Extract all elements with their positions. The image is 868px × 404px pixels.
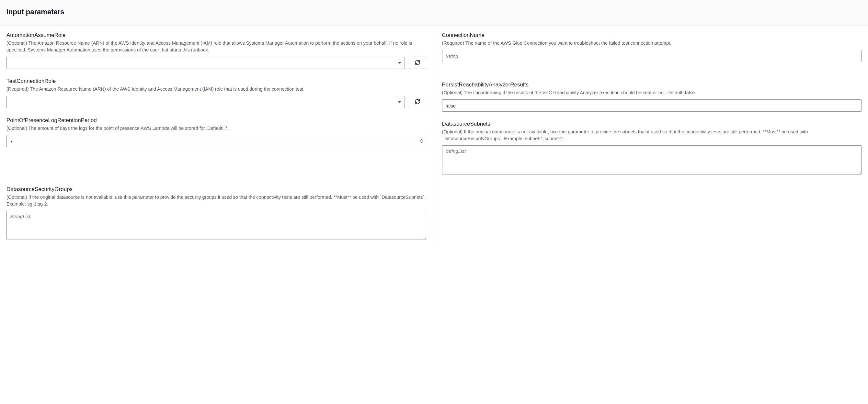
connection-name-input[interactable] — [442, 50, 862, 62]
quantity-stepper[interactable] — [419, 139, 424, 143]
chevron-up-icon — [420, 139, 423, 141]
datasource-security-groups-textarea[interactable] — [6, 211, 426, 240]
param-label: PersistReachabilityAnalyzerResults — [442, 81, 862, 88]
param-connection-name: ConnectionName (Required) The name of th… — [442, 32, 862, 62]
param-datasource-subnets: DatasourceSubnets (Optional) If the orig… — [442, 121, 862, 175]
panel-header: Input parameters — [0, 0, 868, 26]
param-description: (Optional) If the original datasource is… — [442, 129, 862, 142]
param-label: PointOfPresenceLogRetentionPeriod — [6, 117, 426, 124]
param-description: (Required) The Amazon Resource Name (ARN… — [6, 86, 426, 93]
param-label: DatasourceSubnets — [442, 121, 862, 127]
param-description: (Optional) The amount of days the logs f… — [6, 125, 426, 132]
page-title: Input parameters — [6, 8, 862, 16]
datasource-subnets-textarea[interactable] — [442, 145, 862, 174]
left-column: AutomationAssumeRole (Optional) The Amaz… — [6, 32, 434, 250]
chevron-down-icon — [420, 141, 423, 143]
param-label: ConnectionName — [442, 32, 862, 38]
test-connection-role-select-wrap — [6, 96, 405, 108]
automation-assume-role-select-wrap — [6, 57, 405, 69]
param-automation-assume-role: AutomationAssumeRole (Optional) The Amaz… — [6, 32, 426, 69]
automation-assume-role-select[interactable] — [6, 57, 405, 69]
parameters-grid: AutomationAssumeRole (Optional) The Amaz… — [0, 26, 868, 257]
refresh-button[interactable] — [409, 96, 426, 108]
param-persist-reachability: PersistReachabilityAnalyzerResults (Opti… — [442, 81, 862, 112]
input-row — [6, 96, 426, 108]
param-description: (Optional) If the original datasource is… — [6, 194, 426, 207]
persist-reachability-input[interactable] — [442, 99, 862, 112]
param-datasource-security-groups: DatasourceSecurityGroups (Optional) If t… — [6, 186, 426, 241]
test-connection-role-select[interactable] — [6, 96, 405, 108]
right-column: ConnectionName (Required) The name of th… — [434, 32, 862, 250]
param-description: (Optional) The flag informing if the res… — [442, 89, 862, 96]
input-row — [6, 57, 426, 69]
refresh-icon — [414, 99, 421, 105]
param-test-connection-role: TestConnectionRole (Required) The Amazon… — [6, 78, 426, 108]
param-label: AutomationAssumeRole — [6, 32, 426, 38]
param-description: (Required) The name of the AWS Glue Conn… — [442, 40, 862, 46]
pop-log-retention-input[interactable] — [6, 135, 426, 147]
param-label: TestConnectionRole — [6, 78, 426, 85]
refresh-icon — [414, 60, 421, 66]
param-pop-log-retention: PointOfPresenceLogRetentionPeriod (Optio… — [6, 117, 426, 147]
number-input-wrap — [6, 135, 426, 147]
param-label: DatasourceSecurityGroups — [6, 186, 426, 193]
refresh-button[interactable] — [409, 57, 426, 69]
param-description: (Optional) The Amazon Resource Name (ARN… — [6, 40, 426, 54]
